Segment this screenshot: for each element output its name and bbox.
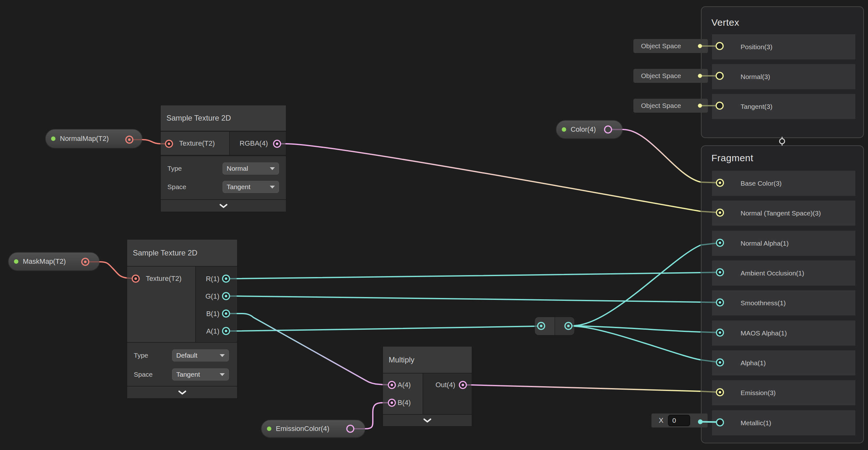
objectspace-dot-normal[interactable] bbox=[698, 74, 702, 78]
port-fragment-normal-ts[interactable] bbox=[716, 209, 723, 216]
port-fragment-metallic[interactable] bbox=[716, 419, 723, 426]
port-fragment-maos-alpha[interactable] bbox=[716, 329, 723, 336]
wire-segment[interactable] bbox=[237, 273, 701, 279]
port-fragment-ambient-occlusion[interactable] bbox=[716, 269, 723, 276]
wire-segment[interactable] bbox=[237, 326, 535, 331]
wire-segment[interactable] bbox=[575, 245, 701, 326]
port-vertex-tangent[interactable] bbox=[716, 102, 723, 109]
port-fragment-smoothness[interactable] bbox=[716, 299, 723, 306]
wire-r-to-ambient-occlusion[interactable] bbox=[226, 272, 720, 279]
wire-segment[interactable] bbox=[143, 140, 161, 144]
x0-port-dot[interactable] bbox=[698, 420, 703, 424]
port-redirect-in[interactable] bbox=[538, 322, 545, 330]
wire-segment[interactable] bbox=[100, 262, 127, 278]
wire-segment[interactable] bbox=[472, 385, 701, 391]
port-sampletexture-top-texture[interactable] bbox=[165, 140, 173, 147]
wire-maskmap-to-texture[interactable] bbox=[85, 262, 136, 279]
port-multiply-a[interactable] bbox=[389, 382, 395, 388]
objectspace-dot-tangent[interactable] bbox=[698, 104, 702, 108]
context-connector-knob[interactable] bbox=[780, 139, 785, 144]
port-multiply-b[interactable] bbox=[389, 399, 395, 406]
port-vertex-normal[interactable] bbox=[716, 72, 723, 79]
wire-emissioncolor-to-multiply-b[interactable] bbox=[350, 403, 392, 429]
port-multiply-out[interactable] bbox=[459, 382, 466, 388]
port-color[interactable] bbox=[604, 126, 612, 133]
wire-segment[interactable] bbox=[286, 144, 701, 212]
port-fragment-emission[interactable] bbox=[716, 389, 723, 396]
port-sampletexture-bottom-texture[interactable] bbox=[132, 275, 139, 282]
port-maskmap[interactable] bbox=[82, 258, 89, 265]
wire-segment[interactable] bbox=[623, 130, 701, 182]
wire-normalmap-to-texture[interactable] bbox=[129, 140, 169, 144]
wire-rgba-to-normal-tangent-space[interactable] bbox=[277, 144, 720, 213]
port-fragment-normal-alpha[interactable] bbox=[716, 239, 723, 246]
port-fragment-base-color[interactable] bbox=[716, 179, 723, 186]
wires-and-ports-layer bbox=[0, 0, 868, 450]
wire-redirect-to-normal-alpha[interactable] bbox=[568, 243, 720, 326]
port-sampletexture-bottom-b[interactable] bbox=[222, 310, 229, 317]
port-emissioncolor[interactable] bbox=[347, 425, 354, 432]
port-sampletexture-bottom-g[interactable] bbox=[222, 292, 229, 300]
wire-b-to-multiply-a[interactable] bbox=[226, 313, 392, 385]
port-sampletexture-bottom-a[interactable] bbox=[222, 328, 229, 335]
wire-out-to-emission[interactable] bbox=[463, 385, 720, 392]
wire-segment[interactable] bbox=[366, 403, 383, 429]
port-vertex-position[interactable] bbox=[716, 43, 723, 50]
context-connector bbox=[780, 137, 785, 146]
shader-graph-canvas[interactable]: { "colors": { "canvas_bg": "#1d1d1e", "w… bbox=[0, 0, 868, 450]
port-sampletexture-bottom-r[interactable] bbox=[222, 275, 229, 282]
port-fragment-alpha[interactable] bbox=[716, 359, 723, 366]
port-sampletexture-top-rgba[interactable] bbox=[274, 140, 281, 147]
objectspace-dot-position[interactable] bbox=[698, 44, 702, 48]
wire-segment[interactable] bbox=[237, 313, 383, 385]
port-normalmap[interactable] bbox=[126, 136, 133, 143]
port-redirect-out[interactable] bbox=[565, 322, 572, 330]
wire-g-to-smoothness[interactable] bbox=[226, 296, 720, 303]
wire-color-to-base-color[interactable] bbox=[608, 130, 720, 183]
